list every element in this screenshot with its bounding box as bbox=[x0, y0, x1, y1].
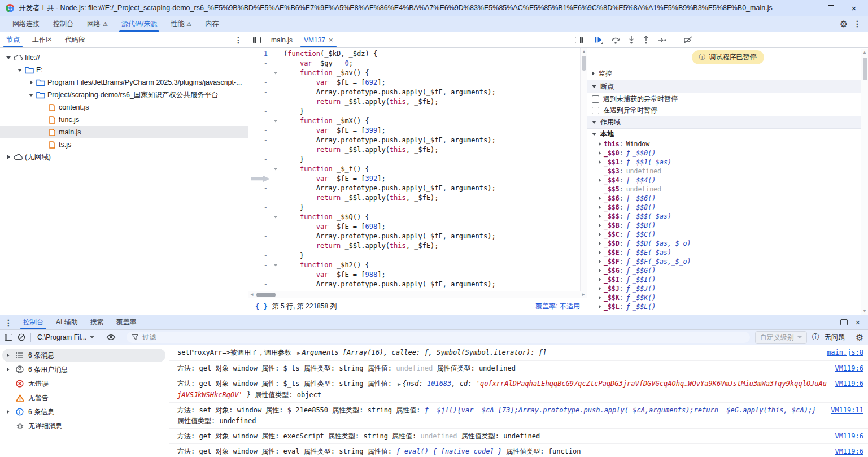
fold-arrow-icon[interactable] bbox=[271, 68, 280, 78]
code-line[interactable]: - Array.prototype.push.apply(_$fE, argum… bbox=[248, 88, 580, 97]
scope-var-_$$E[interactable]: _$$E:ƒ_$$E(_$as) bbox=[587, 248, 868, 257]
console-filter-无警告[interactable]: 无警告 bbox=[2, 391, 165, 404]
main-tab-源代码/来源[interactable]: 源代码/来源 bbox=[115, 16, 164, 32]
code-line[interactable]: - function _$h2() { bbox=[248, 260, 580, 270]
step-out-icon[interactable] bbox=[643, 36, 649, 44]
gutter-cell[interactable]: - bbox=[248, 222, 271, 232]
expand-arrow-icon[interactable] bbox=[596, 160, 604, 164]
deactivate-breakpoints-icon[interactable] bbox=[683, 36, 692, 44]
hide-debugger-icon[interactable] bbox=[570, 32, 587, 47]
scope-var-_$$8[interactable]: _$$8:ƒ_$$8() bbox=[587, 203, 868, 212]
source-link[interactable]: VM119:6 bbox=[835, 378, 863, 389]
scope-var-_$$0[interactable]: _$$0:ƒ_$$0() bbox=[587, 149, 868, 158]
scope-var-_$$3[interactable]: _$$3:undefined bbox=[587, 167, 868, 176]
tree-item-Program-Files-JetBrains-PyCharm-2025.3-plugins-javascript-...[interactable]: Program Files/JetBrains/PyCharm 2025.3/p… bbox=[0, 76, 248, 89]
resume-script-icon[interactable] bbox=[594, 36, 603, 44]
scope-var-_$$6[interactable]: _$$6:ƒ_$$6() bbox=[587, 194, 868, 203]
issues-info-icon[interactable]: ⓘ bbox=[812, 332, 819, 342]
scope-var-_$$K[interactable]: _$$K:ƒ_$$K() bbox=[587, 293, 868, 302]
scope-var-_$$D[interactable]: _$$D:ƒ_$$D(_$as,_$_o) bbox=[587, 239, 868, 248]
scope-var-_$$$[interactable]: _$$$:ƒ_$$$(_$as) bbox=[587, 212, 868, 221]
tree-item-ts.js[interactable]: ts.js bbox=[0, 138, 248, 151]
console-filter-无详细消息[interactable]: 无详细消息 bbox=[2, 419, 165, 433]
tree-arrow-icon[interactable] bbox=[5, 56, 12, 59]
gutter-cell[interactable]: - bbox=[248, 193, 271, 203]
code-line[interactable]: - Array.prototype.push.apply(_$fE, argum… bbox=[248, 280, 580, 289]
checkbox-icon[interactable] bbox=[592, 95, 599, 103]
code-line[interactable]: - } bbox=[248, 251, 580, 260]
gutter-cell[interactable]: 1 bbox=[248, 49, 271, 59]
scope-local-group[interactable]: 本地 bbox=[587, 129, 868, 140]
main-tab-网络[interactable]: 网络⚠ bbox=[80, 16, 115, 32]
console-tab-覆盖率[interactable]: 覆盖率 bbox=[110, 315, 143, 329]
tree-item-main.js[interactable]: main.js bbox=[0, 126, 248, 138]
scroll-down-icon[interactable]: ▼ bbox=[861, 308, 868, 314]
scope-var-_$$J[interactable]: _$$J:ƒ_$$J() bbox=[587, 284, 868, 293]
expand-arrow-icon[interactable] bbox=[596, 241, 604, 246]
gutter-cell[interactable]: - bbox=[248, 280, 271, 289]
tree-item--[interactable]: (无网域) bbox=[0, 151, 248, 163]
gutter-cell[interactable]: - bbox=[248, 107, 271, 116]
scroll-up-icon[interactable]: ▲ bbox=[861, 50, 868, 55]
expand-arrow-icon[interactable] bbox=[596, 142, 604, 146]
scope-var-_$$1[interactable]: _$$1:ƒ_$$1(_$as) bbox=[587, 158, 868, 167]
navigator-kebab-icon[interactable]: ⋮ bbox=[234, 36, 242, 45]
tree-item-file-[interactable]: file:// bbox=[0, 51, 248, 64]
console-tab-AI 辅助[interactable]: AI 辅助 bbox=[50, 315, 84, 329]
main-tab-控制台[interactable]: 控制台 bbox=[46, 16, 80, 32]
gutter-cell[interactable]: - bbox=[248, 88, 271, 97]
console-filter-6 条消息[interactable]: 6 条消息 bbox=[2, 349, 165, 362]
gutter-cell[interactable]: - bbox=[248, 145, 271, 155]
pause-on-uncaught-exceptions[interactable]: 遇到未捕获的异常时暂停 bbox=[587, 93, 868, 105]
code-line[interactable]: - var _$fE = [399]; bbox=[248, 126, 580, 136]
expand-arrow-icon[interactable] bbox=[596, 151, 604, 155]
scope-var-_$$B[interactable]: _$$B:ƒ_$$B() bbox=[587, 221, 868, 230]
code-editor[interactable]: 1(function(_$kD, _$dz) {- var _$gy = 0;-… bbox=[248, 48, 587, 291]
live-expression-eye-icon[interactable] bbox=[106, 334, 116, 341]
no-issues-label[interactable]: 无问题 bbox=[825, 333, 845, 342]
expand-object-icon[interactable]: ▶ bbox=[396, 381, 402, 387]
gutter-cell[interactable]: - bbox=[248, 241, 271, 251]
gutter-cell[interactable]: - bbox=[248, 59, 271, 68]
source-link[interactable]: VM119:6 bbox=[835, 446, 863, 457]
main-menu-kebab-icon[interactable]: ⋮ bbox=[853, 19, 861, 28]
close-console-icon[interactable]: × bbox=[856, 318, 860, 327]
coverage-link[interactable]: 覆盖率: 不适用 bbox=[535, 302, 580, 311]
main-tab-性能[interactable]: 性能⚠ bbox=[164, 16, 198, 32]
code-line[interactable]: - return _$$l.apply(this, _$fE); bbox=[248, 241, 580, 251]
expand-arrow-icon[interactable] bbox=[596, 286, 604, 291]
section-watch[interactable]: 监控 bbox=[587, 67, 868, 80]
expand-arrow-icon[interactable] bbox=[596, 232, 604, 237]
code-line[interactable]: - var _$fE = [692]; bbox=[248, 78, 580, 88]
expand-arrow-icon[interactable] bbox=[596, 250, 604, 255]
expand-arrow-icon[interactable] bbox=[596, 205, 604, 210]
execution-context-dropdown[interactable]: C:\Program Fil... bbox=[36, 333, 95, 341]
code-line[interactable]: - var _$fE = [988]; bbox=[248, 270, 580, 280]
scope-var-_$$5[interactable]: _$$5:undefined bbox=[587, 185, 868, 194]
pretty-print-icon[interactable]: { } bbox=[255, 303, 268, 311]
step-icon[interactable] bbox=[657, 37, 667, 43]
gutter-cell[interactable]: - bbox=[248, 164, 271, 174]
code-line[interactable]: - } bbox=[248, 203, 580, 212]
dock-side-icon[interactable] bbox=[840, 319, 848, 325]
code-line[interactable]: - return _$$l.apply(this, _$fE); bbox=[248, 97, 580, 107]
hide-navigator-icon[interactable] bbox=[248, 32, 265, 47]
gutter-cell[interactable]: - bbox=[248, 232, 271, 241]
editor-tab-VM137[interactable]: VM137× bbox=[298, 32, 339, 47]
code-line[interactable]: - var _$fE = [392]; bbox=[248, 174, 580, 184]
clear-console-icon[interactable] bbox=[18, 333, 25, 341]
source-link[interactable]: VM119:6 bbox=[835, 363, 863, 374]
code-line[interactable]: 1(function(_$kD, _$dz) { bbox=[248, 49, 580, 59]
tree-item-E-[interactable]: E: bbox=[0, 64, 248, 76]
gutter-cell[interactable]: - bbox=[248, 116, 271, 126]
fold-arrow-icon[interactable] bbox=[271, 116, 280, 126]
debugger-vertical-scrollbar[interactable]: ▲ ▼ bbox=[861, 49, 868, 315]
gutter-cell[interactable]: - bbox=[248, 212, 271, 222]
tree-item-func.js[interactable]: func.js bbox=[0, 114, 248, 126]
console-tab-控制台[interactable]: 控制台 bbox=[17, 315, 50, 329]
scope-var-_$$L[interactable]: _$$L:ƒ_$$L() bbox=[587, 302, 868, 311]
navigator-tab-节点[interactable]: 节点 bbox=[0, 32, 26, 47]
expand-arrow-icon[interactable] bbox=[5, 353, 11, 358]
console-settings-gear-icon[interactable]: ⚙ bbox=[856, 332, 863, 343]
console-filter-6 条信息[interactable]: 6 条信息 bbox=[2, 405, 165, 419]
